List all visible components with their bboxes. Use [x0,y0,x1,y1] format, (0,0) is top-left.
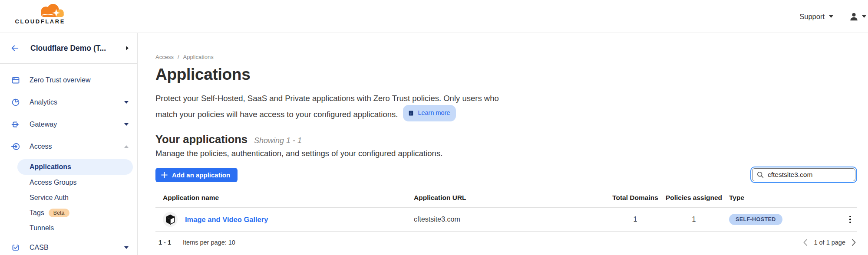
sidebar-item-label: Zero Trust overview [30,76,90,84]
learn-more-button[interactable]: Learn more [403,105,455,121]
column-application-url: Application URL [414,194,609,202]
sidebar-item-tags[interactable]: Tags Beta [0,205,137,220]
column-policies-assigned: Policies assigned [661,194,726,202]
sidebar-item-tunnels[interactable]: Tunnels [0,220,137,235]
learn-more-label: Learn more [418,106,450,120]
breadcrumb-access[interactable]: Access [155,54,174,60]
showing-count: Showing 1 - 1 [254,136,302,145]
sidebar-item-service-auth[interactable]: Service Auth [0,190,137,205]
type-badge: SELF-HOSTED [729,214,782,225]
table-header-row: Application name Application URL Total D… [155,194,857,208]
sidebar: Cloudflare Demo (T... Zero Trust overvie… [0,33,138,255]
next-page-button[interactable] [851,239,856,246]
gateway-icon [11,120,20,129]
search-field [752,168,855,181]
divider [177,238,177,246]
plus-icon [161,172,168,178]
user-menu[interactable] [849,12,866,22]
chevron-up-icon[interactable] [124,145,129,148]
sidebar-item-label: Gateway [30,121,57,128]
sidebar-item-access[interactable]: Access [0,137,137,156]
casb-box-check-icon [11,243,20,252]
sidebar-item-label: Applications [30,163,71,171]
support-label: Support [799,13,825,21]
sidebar-item-label: Access [30,143,52,150]
access-login-icon [11,142,20,151]
back-arrow-icon[interactable] [10,44,19,52]
column-total-domains: Total Domains [609,194,661,202]
sidebar-item-label: Analytics [30,98,57,106]
chevron-down-icon [829,15,833,18]
analytics-pie-icon [11,98,20,107]
table-row: Image and Video Gallery cftestsite3.com … [155,208,857,232]
sidebar-item-analytics[interactable]: Analytics [0,93,137,112]
page-indicator: 1 of 1 page [814,239,845,246]
page-description: Protect your Self-Hosted, SaaS and Priva… [155,92,857,121]
pagination-bar: 1 - 1 Items per page: 10 1 of 1 page [155,232,857,246]
search-input[interactable] [768,171,848,179]
add-application-label: Add an application [172,171,230,179]
sidebar-item-label: Service Auth [30,194,69,202]
row-actions-menu-icon[interactable] [848,214,853,225]
applications-table: Application name Application URL Total D… [155,194,857,232]
sidebar-account-header: Cloudflare Demo (T... [0,33,137,64]
beta-badge: Beta [49,209,69,217]
book-icon [408,110,414,116]
chevron-down-icon[interactable] [124,101,129,104]
cloudflare-logo-text: CLOUDFLARE [15,18,65,25]
account-name[interactable]: Cloudflare Demo (T... [30,44,126,53]
section-description: Manage the policies, authentication, and… [155,149,857,158]
column-type: Type [729,194,831,202]
items-per-page[interactable]: Items per page: 10 [183,239,235,246]
chevron-down-icon[interactable] [124,123,129,126]
user-icon [849,12,859,22]
application-url-cell: cftestsite3.com [414,216,609,223]
top-header: CLOUDFLARE Support [0,0,868,33]
application-cube-icon [163,212,178,227]
sidebar-item-gateway[interactable]: Gateway [0,115,137,134]
breadcrumb-separator: / [178,54,179,60]
sidebar-item-label: Tunnels [30,224,54,232]
chevron-down-icon[interactable] [124,246,129,249]
total-domains-cell: 1 [609,216,661,223]
sidebar-item-applications[interactable]: Applications [17,159,133,175]
chevron-down-icon [862,15,866,18]
section-title: Your applications [155,133,248,146]
description-line2: match your policies will have access to … [155,110,398,119]
sidebar-item-zero-trust-overview[interactable]: Zero Trust overview [0,71,137,90]
sidebar-item-label: Access Groups [30,179,76,186]
sidebar-item-label: CASB [30,244,49,252]
support-menu[interactable]: Support [799,13,833,21]
overview-window-icon [11,76,20,85]
sidebar-item-access-groups[interactable]: Access Groups [0,175,137,190]
policies-assigned-cell: 1 [661,216,726,223]
search-icon [757,171,764,178]
page-title: Applications [155,65,857,84]
cloudflare-logo: CLOUDFLARE [8,3,65,25]
sidebar-nav: Zero Trust overview Analytics Gateway A [0,64,137,255]
search-field-focus-ring [750,167,857,183]
breadcrumb-applications[interactable]: Applications [183,54,214,60]
main-content: Access / Applications Applications Prote… [138,33,868,255]
description-line1: Protect your Self-Hosted, SaaS and Priva… [155,94,499,103]
chevron-right-icon[interactable] [126,46,129,50]
pagination-range: 1 - 1 [158,239,171,246]
previous-page-button[interactable] [803,239,808,246]
add-application-button[interactable]: Add an application [155,168,238,182]
cloudflare-cloud-icon [36,3,65,17]
column-application-name: Application name [163,194,414,202]
sidebar-item-label: Tags [30,209,44,217]
application-name-link[interactable]: Image and Video Gallery [185,216,268,224]
breadcrumb: Access / Applications [155,54,857,60]
sidebar-item-casb[interactable]: CASB [0,238,137,255]
